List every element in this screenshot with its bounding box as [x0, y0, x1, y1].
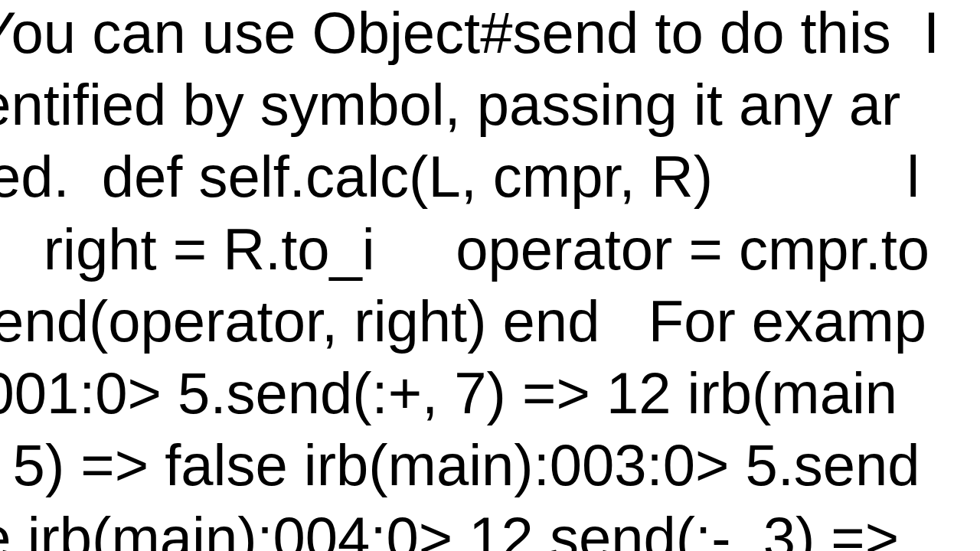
cropped-text-block: You can use Object#send to do this I den… [0, 0, 939, 551]
